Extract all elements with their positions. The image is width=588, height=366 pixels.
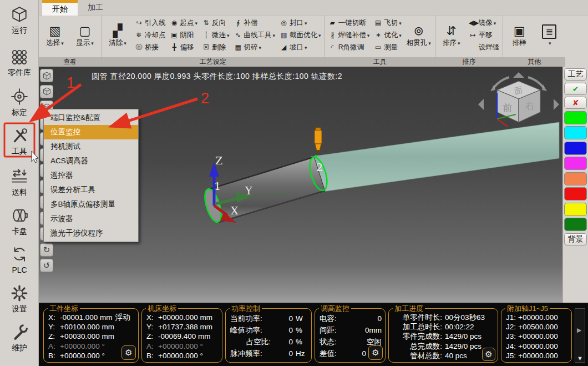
cancel-cross-button[interactable]: ✘: [564, 97, 587, 109]
menu-item-multi-b-axis-offset[interactable]: 多B轴原点偏移测量: [44, 197, 138, 212]
clear-button[interactable]: ▞ 清除: [103, 16, 132, 55]
set-weld-seam-button[interactable]: 设焊缝: [467, 41, 501, 53]
rotate-ccw-button[interactable]: ↺: [40, 259, 53, 272]
workpiece-settings-gear-button[interactable]: ⚙: [121, 345, 136, 360]
coord-row: Y:+01737.388 mm: [146, 322, 219, 332]
view-navigation-cube[interactable]: 面 前 右: [477, 71, 560, 133]
offset-button[interactable]: ╋偏移: [169, 41, 200, 53]
sort-arrows-icon: ⇵: [446, 24, 456, 38]
tab-process[interactable]: 加工: [78, 0, 113, 16]
sidebar-item-maintenance[interactable]: 维护: [0, 323, 39, 353]
menu-item-laser-interferometer[interactable]: 激光干涉仪程序: [44, 226, 138, 240]
menu-item-error-analysis[interactable]: 误差分析工具: [44, 183, 138, 197]
coord-row: Z:+00030.000 mm: [48, 332, 135, 341]
ribbon: ▧ 选择 ▢ 显示 查看 ▞ 清除 ↪引入线 ❄冷却点 Ⓗ桥接: [39, 16, 588, 67]
scroll-down-icon[interactable]: ▼: [577, 355, 583, 362]
sidebar-item-run[interactable]: 运行: [0, 6, 39, 36]
sidebar-item-tools[interactable]: 工具: [0, 127, 39, 157]
color-swatch-dark-green[interactable]: [564, 218, 587, 231]
compensation-button[interactable]: ∮补偿: [232, 17, 277, 29]
gear-icon: ⚙: [372, 348, 379, 358]
start-point-button[interactable]: ◉起点: [169, 17, 200, 29]
height-row: 电容:0: [320, 313, 382, 324]
weld-compensation-button[interactable]: ∦焊缝补偿: [327, 29, 372, 41]
sidebar-item-plc[interactable]: PLC: [0, 245, 39, 274]
sidebar-item-settings[interactable]: 设置: [0, 284, 39, 314]
curve-tools-button[interactable]: ∿曲线工具: [232, 29, 277, 41]
cube-rotate-up-arrow: [513, 72, 524, 78]
sidebar-item-calibration[interactable]: 标定: [0, 88, 39, 118]
delete-button[interactable]: ☒删除: [200, 41, 231, 53]
one-key-cut-icon: ▰: [328, 19, 337, 27]
r-corner-icon: ◜: [328, 43, 337, 51]
select-button[interactable]: ▧ 选择: [40, 16, 69, 55]
axis-y-label: Y: [245, 184, 252, 197]
groove-button[interactable]: ◢坡口: [278, 41, 323, 53]
rotate-cw-button[interactable]: ↻: [40, 243, 53, 257]
background-button[interactable]: 背景: [564, 233, 587, 245]
color-swatch-blue[interactable]: [564, 142, 587, 155]
menu-item-oscilloscope[interactable]: 示波器: [44, 212, 138, 226]
r-corner-tune-button[interactable]: ◜R角微调: [327, 41, 372, 53]
color-swatch-coral[interactable]: [564, 172, 587, 185]
tools-icon: [11, 127, 28, 147]
cube-rotate-left-arrow: [478, 99, 484, 110]
progress-row: 加工总时长:00:02:22: [393, 322, 494, 332]
shred-button[interactable]: ▦切碎: [232, 41, 277, 53]
tab-start[interactable]: 开始: [42, 0, 78, 16]
nesting-button[interactable]: ▣ 排样: [505, 16, 534, 55]
progress-settings-gear-button[interactable]: ⚙: [482, 348, 495, 361]
height-settings-gear-button[interactable]: ⚙: [368, 345, 383, 360]
expand-right-icon[interactable]: ▶: [577, 327, 581, 334]
micro-joint-button[interactable]: ┊微连: [200, 29, 231, 41]
menu-item-port-monitor[interactable]: 端口监控&配置: [44, 111, 138, 125]
yin-yang-button[interactable]: ▣阴阳: [169, 29, 200, 41]
monitor-icon: ▢: [79, 24, 91, 38]
fly-cut-grid-icon: ▤: [374, 19, 382, 27]
menu-item-burn-in-test[interactable]: 拷机测试: [44, 139, 138, 154]
color-swatch-cyan[interactable]: [564, 126, 587, 139]
view-cube-button[interactable]: [40, 69, 53, 82]
sidebar-item-feeding[interactable]: 送料: [0, 168, 39, 198]
lead-in-line-button[interactable]: ↪引入线: [133, 17, 168, 29]
menu-item-position-monitor[interactable]: 位置监控: [44, 125, 138, 139]
sidebar-item-chuck[interactable]: 卡盘: [0, 207, 39, 237]
sort-button[interactable]: ⇵ 排序: [437, 16, 466, 55]
view-cube-button[interactable]: [40, 85, 53, 98]
progress-row: 总完成数:1429/0 pcs: [393, 342, 494, 351]
task-list-button[interactable]: ≣: [535, 16, 564, 55]
confirm-check-button[interactable]: ✔: [564, 83, 587, 95]
groove-slope-icon: ◢: [280, 43, 288, 51]
power-control-panel: 功率控制 当前功率:0W 峰值功率:0% 占空比:0% 脉冲频率:0Hz: [225, 308, 312, 363]
reverse-button[interactable]: ⇅反向: [200, 17, 231, 29]
parts-library-icon: [11, 48, 28, 68]
compensation-icon: ∮: [234, 19, 242, 27]
menu-item-remote-control[interactable]: 遥控器: [44, 168, 138, 183]
optimize-button[interactable]: ∗优化: [372, 29, 403, 41]
measure-button[interactable]: ▭测量: [372, 41, 403, 53]
color-swatch-magenta[interactable]: [564, 157, 587, 170]
aux-axis-row: J4:+00000.000: [506, 342, 568, 351]
color-swatch-bright-green[interactable]: [564, 111, 587, 124]
ruler-icon: ▭: [374, 43, 382, 51]
tools-context-menu: 端口监控&配置 位置监控 拷机测试 ACS调高器 遥控器 误差分析工具 多B轴原…: [43, 109, 139, 242]
color-swatch-yellow[interactable]: [564, 203, 587, 216]
section-optimize-button[interactable]: ▥截面优化: [278, 29, 323, 41]
cooling-point-button[interactable]: ❄冷却点: [133, 29, 168, 41]
status-bar-scroll-strip: ▶ ▼: [575, 308, 585, 363]
craft-button[interactable]: 工艺: [564, 68, 587, 81]
intersect-hole-button[interactable]: ⊚ 相贯孔: [404, 16, 433, 55]
ribbon-group-other: ▣ 排样 ≣ 其他: [503, 16, 565, 67]
progress-row: 单零件时长:00分03秒63: [393, 313, 494, 322]
bridge-icon: Ⓗ: [135, 43, 143, 52]
fly-cut-button[interactable]: ▤飞切: [372, 17, 403, 29]
bridge-button[interactable]: Ⓗ桥接: [133, 41, 168, 53]
sidebar-item-parts-library[interactable]: 零件库: [0, 48, 39, 78]
menu-item-acs-height-controller[interactable]: ACS调高器: [44, 154, 138, 168]
color-swatch-red[interactable]: [564, 187, 587, 200]
mirror-button[interactable]: ◀▶镜像: [467, 17, 501, 29]
translate-button[interactable]: ↦平移: [467, 29, 501, 41]
seal-button[interactable]: ◎封口: [278, 17, 323, 29]
display-button[interactable]: ▢ 显示: [70, 16, 99, 55]
one-key-cut-button[interactable]: ▰一键切断: [327, 17, 372, 29]
